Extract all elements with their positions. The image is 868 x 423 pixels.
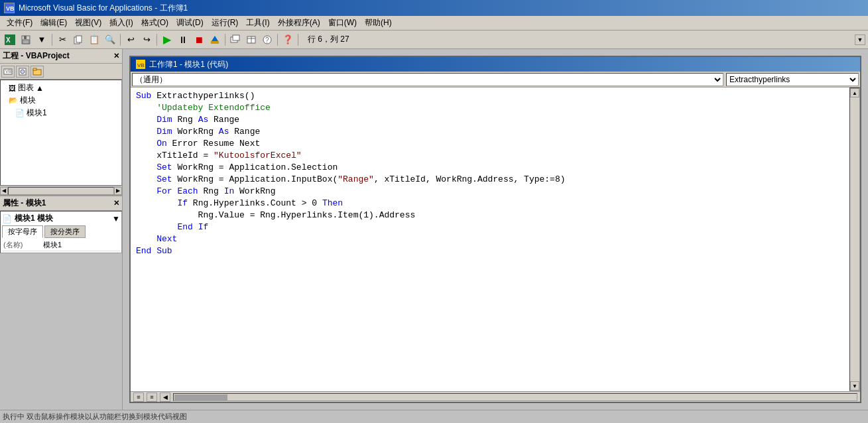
bottom-status-text: 执行中 双击鼠标操作模块以从功能栏切换到模块代码视图 bbox=[3, 412, 187, 422]
svg-text:X: X bbox=[6, 36, 11, 44]
svg-text:VB: VB bbox=[137, 62, 145, 68]
tree-item-charts[interactable]: 🖼 图表 ▲ bbox=[2, 82, 120, 94]
menu-insert[interactable]: 插入(I) bbox=[105, 16, 137, 30]
vscroll-down[interactable]: ▼ bbox=[850, 381, 859, 391]
menu-edit[interactable]: 编辑(E) bbox=[36, 16, 71, 30]
dropdown-btn[interactable]: ▼ bbox=[34, 32, 49, 47]
statusbar-btn2[interactable]: ≡ bbox=[147, 393, 157, 402]
tree-hscroll-bar: ◀ ▶ bbox=[0, 186, 122, 195]
svg-rect-23 bbox=[33, 68, 36, 70]
menu-view[interactable]: 视图(V) bbox=[71, 16, 105, 30]
svg-point-21 bbox=[21, 70, 25, 74]
tree-label-module1: 模块1 bbox=[27, 107, 47, 119]
props-title: 属性 - 模块1 bbox=[3, 198, 46, 209]
main-layout: 工程 - VBAProject ✕ VB 🖼 图表 ▲ 📂 模块 bbox=[0, 49, 868, 410]
undo-btn[interactable]: ↩ bbox=[123, 32, 138, 47]
menu-file[interactable]: 文件(F) bbox=[3, 16, 36, 30]
code-line-1: Sub Extracthyperlinks() bbox=[136, 90, 840, 102]
toggle-folders-btn[interactable] bbox=[31, 66, 44, 78]
sep5 bbox=[277, 34, 278, 46]
menu-bar: 文件(F) 编辑(E) 视图(V) 插入(I) 格式(O) 调试(D) 运行(R… bbox=[0, 16, 868, 30]
code-area[interactable]: Sub Extracthyperlinks() 'Updateby Extend… bbox=[131, 88, 849, 391]
code-vscroll[interactable]: ▲ ▼ bbox=[849, 88, 860, 391]
cut-btn[interactable]: ✂ bbox=[55, 32, 70, 47]
code-window-title: 工作簿1 - 模块1 (代码) bbox=[149, 59, 228, 70]
vscroll-track[interactable] bbox=[851, 97, 859, 381]
help-btn[interactable]: ❓ bbox=[280, 32, 295, 47]
statusbar-btn1[interactable]: ≡ bbox=[133, 393, 144, 402]
props-module-name: 📄 模块1 模块 ▼ bbox=[2, 213, 120, 224]
procedure-dropdown[interactable]: Extracthyperlinks bbox=[726, 73, 859, 86]
code-line-11: Rng.Value = Rng.Hyperlinks.Item(1).Addre… bbox=[136, 210, 840, 221]
position-status: 行 6，列 27 bbox=[308, 34, 349, 45]
left-panel: 工程 - VBAProject ✕ VB 🖼 图表 ▲ 📂 模块 bbox=[0, 49, 123, 410]
right-panel: VB 工作簿1 - 模块1 (代码) （通用） Extracthyperlink… bbox=[123, 49, 868, 410]
project-explorer-btn[interactable] bbox=[228, 32, 243, 47]
collapse-icon: ▲ bbox=[36, 84, 44, 93]
copy-btn[interactable] bbox=[71, 32, 86, 47]
design-btn[interactable] bbox=[208, 32, 222, 47]
code-line-8: Set WorkRng = Application.InputBox("Rang… bbox=[136, 174, 840, 186]
run-btn[interactable]: ▶ bbox=[160, 32, 174, 47]
toolbar-scroll[interactable]: ▼ bbox=[855, 34, 865, 45]
project-tree[interactable]: 🖼 图表 ▲ 📂 模块 📄 模块1 bbox=[0, 80, 122, 186]
code-toolbar: （通用） Extracthyperlinks bbox=[131, 72, 860, 88]
view-code-btn[interactable]: VB bbox=[1, 66, 15, 78]
menu-help[interactable]: 帮助(H) bbox=[361, 16, 396, 30]
menu-tools[interactable]: 工具(I) bbox=[242, 16, 273, 30]
tab-alphabetical[interactable]: 按字母序 bbox=[2, 225, 43, 238]
project-panel-close[interactable]: ✕ bbox=[113, 52, 119, 60]
tree-label-charts: 图表 bbox=[18, 82, 34, 93]
props-close[interactable]: ✕ bbox=[113, 199, 119, 208]
code-line-9: For Each Rng In WorkRng bbox=[136, 186, 840, 198]
props-tabs: 按字母序 按分类序 bbox=[2, 225, 120, 238]
object-browser-btn[interactable]: ? bbox=[260, 32, 275, 47]
paste-btn[interactable]: 📋 bbox=[87, 32, 101, 47]
menu-debug[interactable]: 调试(D) bbox=[172, 16, 208, 30]
find-btn[interactable]: 🔍 bbox=[103, 32, 117, 47]
menu-addins[interactable]: 外接程序(A) bbox=[274, 16, 324, 30]
code-hscroll-thumb bbox=[174, 394, 227, 401]
code-line-3: Dim Rng As Range bbox=[136, 114, 840, 126]
code-line-6: xTitleId = "KutoolsforExcel" bbox=[136, 150, 840, 162]
menu-format[interactable]: 格式(O) bbox=[137, 16, 172, 30]
props-val-name: 模块1 bbox=[42, 239, 120, 251]
title-bar: VB Microsoft Visual Basic for Applicatio… bbox=[0, 0, 868, 16]
tree-item-module1[interactable]: 📄 模块1 bbox=[2, 107, 120, 119]
stop-btn[interactable]: ⏹ bbox=[192, 32, 206, 47]
save-icon-btn[interactable] bbox=[19, 32, 33, 47]
code-window-icon: VB bbox=[136, 60, 145, 69]
modules-icon: 📂 bbox=[9, 96, 18, 105]
excel-icon-btn[interactable]: X bbox=[3, 32, 17, 47]
svg-marker-10 bbox=[212, 36, 218, 41]
menu-window[interactable]: 窗口(W) bbox=[324, 16, 361, 30]
code-window: VB 工作簿1 - 模块1 (代码) （通用） Extracthyperlink… bbox=[129, 56, 861, 403]
sep3 bbox=[156, 34, 157, 46]
project-toolbar: VB bbox=[0, 64, 122, 80]
tab-categorized[interactable]: 按分类序 bbox=[44, 225, 86, 238]
menu-run[interactable]: 运行(R) bbox=[208, 16, 243, 30]
redo-btn[interactable]: ↪ bbox=[139, 32, 154, 47]
tree-hscroll[interactable] bbox=[8, 187, 114, 195]
svg-rect-12 bbox=[233, 35, 239, 40]
code-hscroll[interactable] bbox=[173, 393, 857, 401]
bottom-status-bar: 执行中 双击鼠标操作模块以从功能栏切换到模块代码视图 bbox=[0, 410, 868, 423]
vba-icon: VB bbox=[4, 3, 15, 13]
pause-btn[interactable]: ⏸ bbox=[176, 32, 190, 47]
scroll-left-arrow[interactable]: ◀ bbox=[0, 187, 8, 195]
props-content: 📄 模块1 模块 ▼ 按字母序 按分类序 (名称) 模块1 bbox=[0, 211, 122, 253]
view-object-btn[interactable] bbox=[16, 66, 29, 78]
vscroll-up[interactable]: ▲ bbox=[850, 88, 859, 97]
svg-rect-6 bbox=[23, 40, 29, 44]
svg-rect-5 bbox=[24, 36, 27, 39]
tree-item-modules-parent[interactable]: 📂 模块 bbox=[2, 94, 120, 107]
scroll-right-arrow[interactable]: ▶ bbox=[114, 187, 122, 195]
scope-dropdown[interactable]: （通用） bbox=[132, 73, 723, 86]
props-row-name: (名称) 模块1 bbox=[2, 239, 120, 251]
properties-btn[interactable] bbox=[244, 32, 259, 47]
statusbar-btn3[interactable]: ◀ bbox=[160, 393, 170, 402]
chart-icon: 🖼 bbox=[9, 84, 16, 92]
project-panel-title: 工程 - VBAProject bbox=[3, 50, 70, 62]
code-content: Sub Extracthyperlinks() 'Updateby Extend… bbox=[131, 90, 845, 389]
properties-panel: 属性 - 模块1 ✕ 📄 模块1 模块 ▼ 按字母序 按分类序 (名称) 模块1 bbox=[0, 195, 122, 253]
